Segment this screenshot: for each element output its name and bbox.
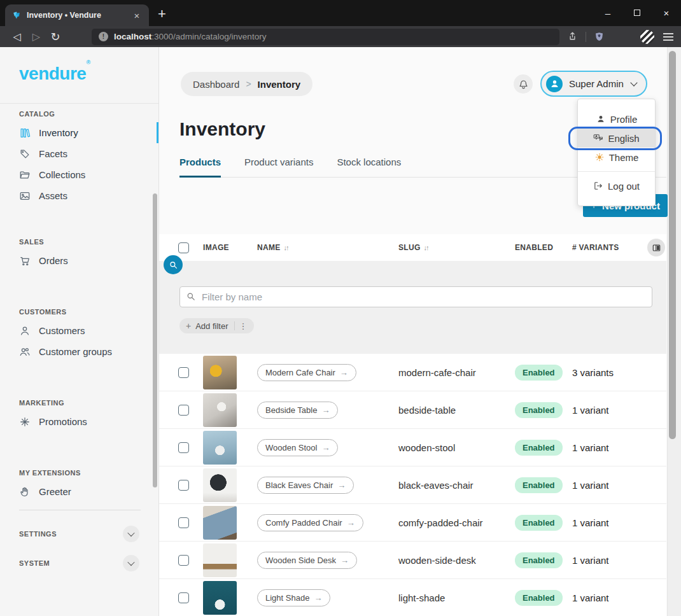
section-label-catalog: CATALOG <box>0 106 158 122</box>
window-close-button[interactable]: × <box>652 0 681 25</box>
product-name-chip[interactable]: Black Eaves Chair→ <box>257 477 354 494</box>
user-menu-button[interactable]: Super Admin <box>540 71 647 97</box>
maximize-icon <box>634 10 640 16</box>
sidebar-section-my-extensions: MY EXTENSIONS Greeter <box>0 465 158 502</box>
sidebar-section-system[interactable]: SYSTEM <box>19 555 139 571</box>
sidebar-item-customers[interactable]: Customers <box>0 320 158 341</box>
product-name: Bedside Table <box>265 405 317 415</box>
sidebar-item-promotions[interactable]: Promotions <box>0 411 158 432</box>
product-thumbnail <box>203 468 237 502</box>
toolbar-divider <box>586 32 586 42</box>
table-row[interactable]: Light Shade→ light-shade Enabled 1 varia… <box>159 579 666 616</box>
status-badge: Enabled <box>515 590 563 606</box>
add-filter-button[interactable]: + Add filter ⋮ <box>179 318 254 333</box>
page-scrollbar[interactable] <box>667 47 681 616</box>
product-name-chip[interactable]: Comfy Padded Chair→ <box>257 514 363 531</box>
status-badge: Enabled <box>515 402 563 418</box>
tab-close-icon[interactable]: × <box>131 10 143 21</box>
window-maximize-button[interactable] <box>622 0 652 25</box>
system-expand-button[interactable] <box>123 555 139 571</box>
tab-stock-locations[interactable]: Stock locations <box>337 157 401 177</box>
product-name-chip[interactable]: Wooden Side Desk→ <box>257 552 357 569</box>
menu-item-logout[interactable]: Log out <box>578 176 655 195</box>
sidebar-item-label: Assets <box>39 190 67 201</box>
filter-input-wrap <box>179 286 652 307</box>
column-header-slug[interactable]: SLUG↓↑ <box>398 243 515 252</box>
product-slug: black-eaves-chair <box>398 480 515 491</box>
chevron-down-icon <box>127 529 134 536</box>
product-thumbnail <box>203 393 237 427</box>
person-icon <box>549 78 560 89</box>
table-row[interactable]: Black Eaves Chair→ black-eaves-chair Ena… <box>159 466 666 504</box>
row-checkbox[interactable] <box>178 367 189 378</box>
menu-item-theme[interactable]: Theme <box>578 148 655 167</box>
menu-item-language[interactable]: English <box>578 129 655 148</box>
reload-button[interactable]: ↻ <box>46 30 65 44</box>
product-name-chip[interactable]: Wooden Stool→ <box>257 439 338 456</box>
tab-products[interactable]: Products <box>179 157 221 178</box>
settings-expand-button[interactable] <box>123 526 139 542</box>
row-checkbox[interactable] <box>178 592 189 603</box>
breadcrumb: Dashboard > Inventory <box>181 72 312 96</box>
product-name: Comfy Padded Chair <box>265 518 342 528</box>
site-info-icon[interactable]: ! <box>99 32 108 41</box>
scrollbar-thumb[interactable] <box>669 51 676 439</box>
section-label-my-extensions: MY EXTENSIONS <box>0 465 158 481</box>
table-row[interactable]: Bedside Table→ bedside-table Enabled 1 v… <box>159 391 666 429</box>
search-toggle-button[interactable] <box>164 255 183 274</box>
back-button[interactable]: ◁ <box>8 31 27 43</box>
table-row[interactable]: Wooden Side Desk→ wooden-side-desk Enabl… <box>159 542 666 579</box>
column-header-name[interactable]: NAME↓↑ <box>257 243 398 252</box>
sidebar-item-collections[interactable]: Collections <box>0 164 158 185</box>
table-row[interactable]: Wooden Stool→ wooden-stool Enabled 1 var… <box>159 429 666 466</box>
sidebar-item-orders[interactable]: Orders <box>0 250 158 271</box>
select-all-checkbox[interactable] <box>178 242 189 253</box>
add-filter-label: Add filter <box>195 321 228 331</box>
product-name-chip[interactable]: Light Shade→ <box>257 589 330 606</box>
product-name-chip[interactable]: Bedside Table→ <box>257 402 338 419</box>
product-thumbnail <box>203 431 237 465</box>
sidebar-scrollbar[interactable] <box>153 193 157 487</box>
sidebar-item-customer-groups[interactable]: Customer groups <box>0 341 158 362</box>
section-label-sales: SALES <box>0 234 158 250</box>
arrow-right-icon: → <box>340 556 349 565</box>
menu-item-label: English <box>608 133 639 144</box>
browser-profile-avatar[interactable] <box>640 30 654 44</box>
tab-product-variants[interactable]: Product variants <box>244 157 313 177</box>
breadcrumb-dashboard-link[interactable]: Dashboard <box>193 79 239 90</box>
table-header: IMAGE NAME↓↑ SLUG↓↑ ENABLED # VARIANTS <box>159 234 666 261</box>
menu-item-profile[interactable]: Profile <box>578 109 655 129</box>
forward-button[interactable]: ▷ <box>27 31 46 43</box>
sidebar-item-assets[interactable]: Assets <box>0 185 158 206</box>
browser-menu-icon[interactable] <box>663 33 673 41</box>
row-checkbox[interactable] <box>178 555 189 566</box>
product-name-chip[interactable]: Modern Cafe Chair→ <box>257 364 356 381</box>
row-checkbox[interactable] <box>178 442 189 453</box>
notifications-button[interactable] <box>514 74 533 94</box>
filter-by-name-input[interactable] <box>179 286 652 307</box>
url-bar[interactable]: ! localhost:3000/admin/catalog/inventory <box>92 29 559 45</box>
new-tab-button[interactable]: + <box>158 6 166 22</box>
table-row[interactable]: Comfy Padded Chair→ comfy-padded-chair E… <box>159 504 666 542</box>
browser-tab[interactable]: Inventory • Vendure × <box>5 4 149 26</box>
sort-icon[interactable]: ↓↑ <box>284 244 288 251</box>
table-row[interactable]: Modern Cafe Chair→ modern-cafe-chair Ena… <box>159 354 666 391</box>
brave-shield-icon[interactable] <box>594 31 605 42</box>
column-settings-button[interactable] <box>647 239 665 256</box>
sidebar-item-inventory[interactable]: Inventory <box>0 122 158 143</box>
sort-icon[interactable]: ↓↑ <box>424 244 428 251</box>
logout-icon <box>593 181 603 191</box>
share-icon[interactable] <box>567 31 578 42</box>
sidebar-item-greeter[interactable]: Greeter <box>0 481 158 502</box>
search-icon <box>169 260 178 270</box>
window-minimize-button[interactable]: – <box>593 0 622 25</box>
sidebar-section-settings[interactable]: SETTINGS <box>19 526 139 542</box>
row-checkbox[interactable] <box>178 405 189 416</box>
sidebar-item-facets[interactable]: Facets <box>0 143 158 164</box>
sidebar-section-marketing: MARKETING Promotions <box>0 395 158 432</box>
row-checkbox[interactable] <box>178 517 189 528</box>
kebab-menu-icon[interactable]: ⋮ <box>239 321 248 331</box>
row-checkbox[interactable] <box>178 480 189 491</box>
vendure-logo[interactable]: vendure® <box>0 47 158 103</box>
sidebar-section-sales: SALES Orders <box>0 234 158 271</box>
